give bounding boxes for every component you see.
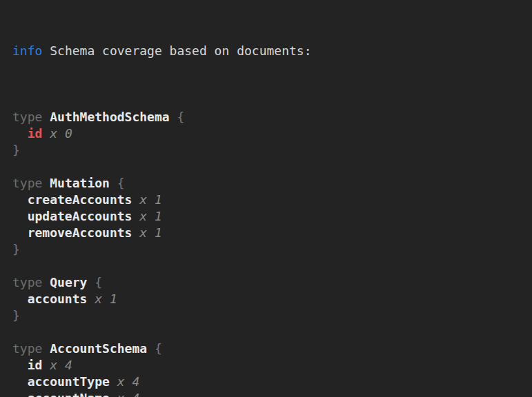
- blank-line: [12, 258, 525, 274]
- spacer: [132, 225, 139, 240]
- field-count: x 4: [50, 358, 72, 372]
- field-name: createAccounts: [28, 192, 132, 207]
- terminal-output[interactable]: info Schema coverage based on documents:…: [0, 0, 532, 397]
- field-name: removeAccounts: [28, 225, 132, 240]
- field-line: id x 4: [12, 357, 525, 374]
- type-name: Mutation: [50, 176, 110, 190]
- spacer: [132, 209, 139, 223]
- close-brace: }: [12, 242, 20, 256]
- type-declaration-line: type Query {: [12, 274, 525, 291]
- type-keyword: type: [12, 110, 42, 124]
- type-declaration-line: type AccountSchema {: [12, 340, 525, 357]
- spacer: [132, 192, 139, 207]
- spacer: [42, 341, 50, 356]
- field-line: id x 0: [12, 125, 525, 142]
- field-name: updateAccounts: [28, 209, 132, 223]
- type-block: type AccountSchema {id x 4accountType x …: [12, 340, 525, 397]
- close-brace-line: }: [12, 307, 525, 324]
- spacer: [42, 176, 50, 190]
- field-name: id: [28, 126, 43, 141]
- spacer: [110, 391, 117, 397]
- field-line: removeAccounts x 1: [12, 225, 525, 241]
- spacer: [42, 275, 50, 289]
- open-brace: {: [95, 275, 102, 289]
- type-name: AuthMethodSchema: [50, 110, 169, 124]
- spacer: [147, 341, 155, 356]
- field-line: updateAccounts x 1: [12, 208, 525, 225]
- type-block: type Mutation {createAccounts x 1updateA…: [12, 175, 525, 258]
- info-label: info: [12, 43, 42, 58]
- field-count: x 4: [117, 391, 140, 397]
- type-blocks: type AuthMethodSchema {id x 0}type Mutat…: [12, 92, 525, 397]
- close-brace: }: [12, 143, 20, 157]
- blank-line: [12, 159, 525, 175]
- spacer: [42, 126, 50, 141]
- close-brace: }: [12, 308, 20, 323]
- field-count: x 4: [117, 374, 140, 389]
- spacer: [42, 358, 50, 372]
- field-line: accounts x 1: [12, 291, 525, 307]
- spacer: [110, 374, 117, 389]
- open-brace: {: [177, 110, 184, 124]
- info-message: Schema coverage based on documents:: [50, 43, 311, 58]
- field-count: x 1: [139, 209, 162, 223]
- type-declaration-line: type Mutation {: [12, 175, 525, 192]
- blank-line: [12, 92, 525, 109]
- field-count: x 1: [95, 292, 117, 306]
- type-block: type AuthMethodSchema {id x 0}: [12, 109, 525, 159]
- type-name: AccountSchema: [50, 341, 147, 356]
- field-line: accountType x 4: [12, 374, 525, 390]
- open-brace: {: [155, 341, 162, 356]
- field-line: accountName x 4: [12, 390, 525, 397]
- spacer: [42, 110, 50, 124]
- type-block: type Query {accounts x 1}: [12, 274, 525, 324]
- info-line: info Schema coverage based on documents:: [12, 43, 525, 59]
- field-count: x 0: [50, 126, 72, 141]
- field-name: accounts: [28, 292, 88, 306]
- field-name: accountName: [28, 391, 110, 397]
- field-line: createAccounts x 1: [12, 192, 525, 208]
- spacer: [170, 110, 177, 124]
- close-brace-line: }: [12, 142, 525, 159]
- type-keyword: type: [12, 176, 42, 190]
- spacer: [87, 275, 95, 289]
- blank-line: [12, 324, 525, 340]
- spacer: [110, 176, 117, 190]
- type-keyword: type: [12, 341, 42, 356]
- type-declaration-line: type AuthMethodSchema {: [12, 109, 525, 125]
- field-count: x 1: [139, 192, 162, 207]
- spacer: [42, 43, 50, 58]
- close-brace-line: }: [12, 241, 525, 258]
- spacer: [87, 292, 95, 306]
- field-name: accountType: [28, 374, 110, 389]
- type-keyword: type: [12, 275, 42, 289]
- open-brace: {: [117, 176, 125, 190]
- field-count: x 1: [139, 225, 162, 240]
- field-name: id: [28, 358, 43, 372]
- type-name: Query: [50, 275, 87, 289]
